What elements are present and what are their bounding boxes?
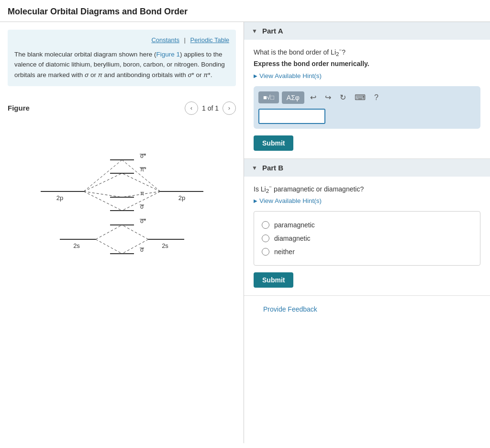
undo-button[interactable]: ↩ (307, 91, 319, 104)
constants-link[interactable]: Constants (151, 36, 179, 44)
part-b-submit-button[interactable]: Submit (254, 272, 293, 288)
figure-next-button[interactable]: › (223, 101, 236, 115)
radio-neither[interactable] (262, 248, 269, 256)
redo-button[interactable]: ↪ (322, 91, 334, 104)
info-box: Constants | Periodic Table The blank mol… (8, 30, 236, 86)
feedback-section: Provide Feedback (244, 296, 490, 323)
links-row: Constants | Periodic Table (14, 35, 229, 45)
left-panel: Constants | Periodic Table The blank mol… (0, 22, 244, 443)
svg-line-13 (122, 173, 160, 191)
figure-prev-button[interactable]: ‹ (185, 101, 198, 115)
svg-line-29 (122, 239, 148, 254)
part-a-section: ▼ Part A What is the bond order of Li2−?… (244, 22, 490, 159)
part-b-collapse-arrow[interactable]: ▼ (252, 165, 257, 171)
label-paramagnetic: paramagnetic (274, 221, 315, 229)
keyboard-button[interactable]: ⌨ (352, 91, 368, 104)
part-b-label: Part B (262, 164, 283, 172)
part-a-instruction: Express the bond order numerically. (254, 60, 480, 67)
svg-line-9 (122, 160, 160, 191)
part-a-question: What is the bond order of Li2−? (254, 47, 480, 57)
svg-text:σ: σ (140, 246, 144, 253)
page-title: Molecular Orbital Diagrams and Bond Orde… (0, 0, 490, 22)
part-b-hint-link[interactable]: View Available Hint(s) (254, 197, 480, 204)
svg-text:σ*: σ* (140, 218, 146, 224)
option-diamagnetic: diamagnetic (262, 232, 472, 245)
svg-text:σ: σ (140, 203, 144, 210)
radio-diamagnetic[interactable] (262, 235, 269, 242)
provide-feedback-link[interactable]: Provide Feedback (254, 296, 327, 323)
part-b-section: ▼ Part B Is Li2− paramagnetic or diamagn… (244, 159, 490, 295)
mo-diagram-svg: 2p 2p 2s 2s σ* (12, 121, 232, 274)
info-text: The blank molecular orbital diagram show… (14, 49, 229, 80)
figure-section: Figure ‹ 1 of 1 › 2p 2p (0, 94, 244, 274)
svg-line-25 (122, 225, 148, 239)
refresh-button[interactable]: ↻ (337, 91, 349, 104)
part-a-input[interactable] (258, 109, 325, 124)
svg-text:2s: 2s (162, 242, 168, 249)
help-button[interactable]: ? (371, 91, 381, 104)
part-b-header: ▼ Part B (244, 159, 490, 177)
radio-paramagnetic[interactable] (262, 221, 269, 229)
mo-diagram: 2p 2p 2s 2s σ* (12, 121, 232, 274)
greek-symbols-button[interactable]: ΑΣφ (282, 91, 304, 104)
svg-text:2s: 2s (73, 242, 80, 249)
part-a-collapse-arrow[interactable]: ▼ (252, 28, 257, 34)
figure-nav: ‹ 1 of 1 › (185, 101, 236, 115)
math-editor-button[interactable]: ■√□ (258, 91, 279, 103)
svg-line-8 (84, 160, 122, 191)
part-a-label: Part A (262, 27, 283, 35)
part-b-content: Is Li2− paramagnetic or diamagnetic? Vie… (244, 177, 490, 295)
svg-line-24 (96, 225, 122, 239)
label-neither: neither (274, 248, 295, 256)
part-b-question: Is Li2− paramagnetic or diamagnetic? (254, 184, 480, 194)
part-a-content: What is the bond order of Li2−? Express … (244, 40, 490, 158)
svg-text:2p: 2p (56, 194, 63, 202)
svg-text:π: π (140, 190, 144, 197)
label-diamagnetic: diamagnetic (274, 235, 311, 242)
right-panel: ▼ Part A What is the bond order of Li2−?… (244, 22, 490, 443)
figure-count: 1 of 1 (202, 104, 219, 112)
figure-label: Figure (8, 104, 185, 112)
option-paramagnetic: paramagnetic (262, 218, 472, 232)
figure1-link[interactable]: Figure 1 (156, 51, 180, 58)
part-a-toolbar: ■√□ ΑΣφ ↩ ↪ ↻ ⌨ ? (258, 91, 476, 104)
part-a-submit-button[interactable]: Submit (254, 135, 293, 151)
svg-text:π*: π* (140, 166, 146, 173)
option-neither: neither (262, 245, 472, 258)
svg-line-12 (84, 173, 122, 191)
part-b-radio-group: paramagnetic diamagnetic neither (254, 211, 480, 266)
part-a-header: ▼ Part A (244, 22, 490, 40)
svg-text:2p: 2p (178, 194, 185, 202)
part-a-answer-box: ■√□ ΑΣφ ↩ ↪ ↻ ⌨ ? (254, 86, 480, 129)
part-a-hint-link[interactable]: View Available Hint(s) (254, 72, 480, 79)
svg-line-28 (96, 239, 122, 254)
periodic-table-link[interactable]: Periodic Table (190, 36, 229, 44)
svg-text:σ*: σ* (140, 153, 146, 159)
